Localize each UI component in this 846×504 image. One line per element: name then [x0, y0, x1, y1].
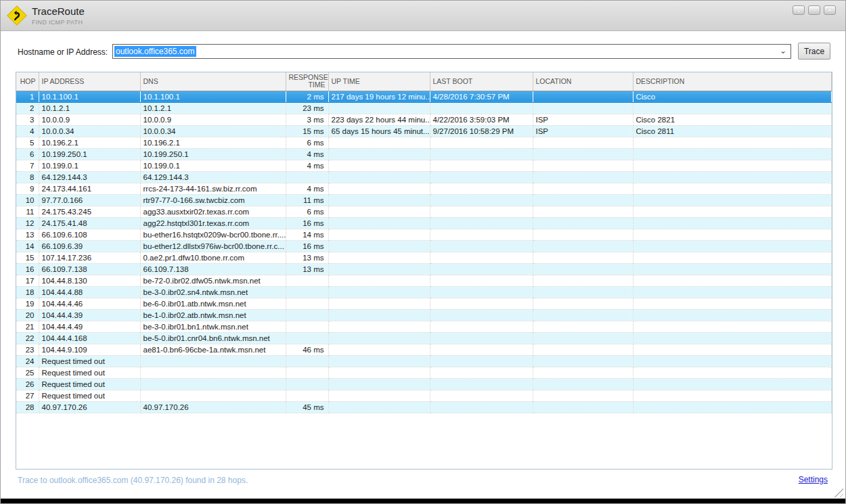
cell-hop: 4 [16, 125, 39, 137]
table-row[interactable]: 21 104.44.4.49 be-3-0.ibr01.bn1.ntwk.msn… [16, 321, 832, 332]
cell-dns: agg33.ausxtxir02r.texas.rr.com [140, 206, 286, 217]
cell-ip-address: 104.44.4.88 [39, 286, 140, 298]
cell-hop: 25 [16, 367, 39, 378]
cell-last-boot [430, 240, 533, 252]
table-row[interactable]: 13 66.109.6.108 bu-ether16.hstqtx0209w-b… [16, 229, 832, 240]
resize-grip-icon[interactable] [833, 487, 843, 497]
cell-up-time [328, 229, 430, 240]
column-header-description[interactable]: DESCRIPTION [633, 72, 832, 91]
cell-last-boot [430, 252, 533, 263]
cell-response-time: 45 ms [286, 401, 328, 413]
cell-location [533, 390, 633, 401]
cell-last-boot [430, 298, 533, 309]
cell-location [533, 309, 633, 321]
titlebar[interactable]: TraceRoute FIND ICMP PATH ⌄ ─ ✕ [1, 1, 845, 31]
table-row[interactable]: 6 10.199.250.1 10.199.250.1 4 ms [16, 148, 832, 160]
settings-link[interactable]: Settings [799, 475, 828, 484]
cell-description [633, 206, 832, 217]
column-header-dns[interactable]: DNS [140, 72, 286, 91]
cell-up-time [328, 240, 430, 252]
table-row[interactable]: 4 10.0.0.34 10.0.0.34 15 ms 65 days 15 h… [16, 125, 832, 137]
table-row[interactable]: 26 Request timed out [16, 378, 832, 390]
cell-location [533, 367, 633, 378]
cell-dns: rtr97-77-0-166.sw.twcbiz.com [140, 194, 286, 206]
cell-response-time [286, 332, 328, 344]
table-row[interactable]: 16 66.109.7.138 66.109.7.138 13 ms [16, 263, 832, 275]
cell-hop: 12 [16, 217, 39, 229]
cell-hop: 10 [16, 194, 39, 206]
cell-up-time [328, 321, 430, 332]
cell-ip-address: 104.44.4.46 [39, 298, 140, 309]
cell-location: ISP [533, 114, 633, 125]
cell-ip-address: 10.0.0.34 [39, 125, 140, 137]
cell-last-boot [430, 217, 533, 229]
table-row[interactable]: 17 104.44.8.130 be-72-0.ibr02.dfw05.ntwk… [16, 275, 832, 286]
cell-description [633, 275, 832, 286]
table-row[interactable]: 1 10.1.100.1 10.1.100.1 2 ms 217 days 19… [16, 91, 832, 102]
cell-response-time: 2 ms [286, 91, 328, 102]
chevron-down-icon[interactable]: ⌄ [778, 45, 788, 58]
table-row[interactable]: 28 40.97.170.26 40.97.170.26 45 ms [16, 401, 832, 413]
column-header-up-time[interactable]: UP TIME [328, 72, 430, 91]
cell-dns: 10.196.2.1 [140, 137, 286, 148]
cell-location [533, 355, 633, 367]
cell-up-time [328, 102, 430, 114]
table-row[interactable]: 3 10.0.0.9 10.0.0.9 3 ms 223 days 22 hou… [16, 114, 832, 125]
cell-ip-address: 97.77.0.166 [39, 194, 140, 206]
cell-response-time [286, 298, 328, 309]
table-row[interactable]: 27 Request timed out [16, 390, 832, 401]
column-header-response-time[interactable]: RESPONSE TIME [286, 72, 328, 91]
table-row[interactable]: 14 66.109.6.39 bu-ether12.dllstx976iw-bc… [16, 240, 832, 252]
cell-description [633, 401, 832, 413]
table-row[interactable]: 19 104.44.4.46 be-6-0.ibr01.atb.ntwk.msn… [16, 298, 832, 309]
column-header-hop[interactable]: HOP [16, 72, 39, 91]
cell-ip-address: 10.196.2.1 [39, 137, 140, 148]
table-row[interactable]: 10 97.77.0.166 rtr97-77-0-166.sw.twcbiz.… [16, 194, 832, 206]
cell-dns: bu-ether16.hstqtx0209w-bcr00.tbone.rr...… [140, 229, 286, 240]
table-row[interactable]: 12 24.175.41.48 agg22.hstqtxl301r.texas.… [16, 217, 832, 229]
cell-response-time: 13 ms [286, 252, 328, 263]
cell-response-time: 23 ms [286, 102, 328, 114]
close-icon[interactable]: ✕ [824, 5, 836, 15]
table-row[interactable]: 8 64.129.144.3 64.129.144.3 [16, 171, 832, 183]
table-row[interactable]: 22 104.44.4.168 be-5-0.ibr01.cnr04.bn6.n… [16, 332, 832, 344]
cell-up-time [328, 286, 430, 298]
minimize-icon[interactable]: ─ [808, 5, 820, 15]
column-header-last-boot[interactable]: LAST BOOT [430, 72, 533, 91]
cell-response-time: 4 ms [286, 183, 328, 194]
table-row[interactable]: 15 107.14.17.236 0.ae2.pr1.dfw10.tbone.r… [16, 252, 832, 263]
table-row[interactable]: 23 104.44.9.109 ae81-0.bn6-96cbe-1a.ntwk… [16, 344, 832, 355]
hostname-input-value[interactable]: outlook.office365.com [114, 46, 196, 57]
table-row[interactable]: 25 Request timed out [16, 367, 832, 378]
cell-up-time [328, 160, 430, 171]
table-row[interactable]: 5 10.196.2.1 10.196.2.1 6 ms [16, 137, 832, 148]
cell-up-time [328, 378, 430, 390]
table-row[interactable]: 24 Request timed out [16, 355, 832, 367]
cell-ip-address: 66.109.6.108 [39, 229, 140, 240]
cell-last-boot [430, 148, 533, 160]
cell-ip-address: Request timed out [39, 390, 140, 401]
table-row[interactable]: 2 10.1.2.1 10.1.2.1 23 ms [16, 102, 832, 114]
table-row[interactable]: 20 104.44.4.39 be-1-0.ibr02.atb.ntwk.msn… [16, 309, 832, 321]
table-row[interactable]: 7 10.199.0.1 10.199.0.1 4 ms [16, 160, 832, 171]
cell-last-boot [430, 229, 533, 240]
trace-results-table: HOP IP ADDRESS DNS RESPONSE TIME UP TIME… [16, 72, 832, 469]
collapse-icon[interactable]: ⌄ [793, 5, 805, 15]
cell-description [633, 298, 832, 309]
cell-hop: 28 [16, 401, 39, 413]
hostname-combobox[interactable]: outlook.office365.com ⌄ [112, 44, 791, 59]
cell-up-time [328, 401, 430, 413]
table-row[interactable]: 18 104.44.4.88 be-3-0.ibr02.sn4.ntwk.msn… [16, 286, 832, 298]
column-header-ip-address[interactable]: IP ADDRESS [39, 72, 140, 91]
cell-ip-address: 107.14.17.236 [39, 252, 140, 263]
table-row[interactable]: 9 24.173.44.161 rrcs-24-173-44-161.sw.bi… [16, 183, 832, 194]
cell-ip-address: 10.199.0.1 [39, 160, 140, 171]
traceroute-app-icon [5, 3, 29, 28]
trace-button[interactable]: Trace [798, 43, 830, 60]
column-header-location[interactable]: LOCATION [533, 72, 633, 91]
cell-ip-address: 24.173.44.161 [39, 183, 140, 194]
cell-location [533, 332, 633, 344]
table-row[interactable]: 11 24.175.43.245 agg33.ausxtxir02r.texas… [16, 206, 832, 217]
cell-up-time [328, 390, 430, 401]
cell-up-time [328, 148, 430, 160]
